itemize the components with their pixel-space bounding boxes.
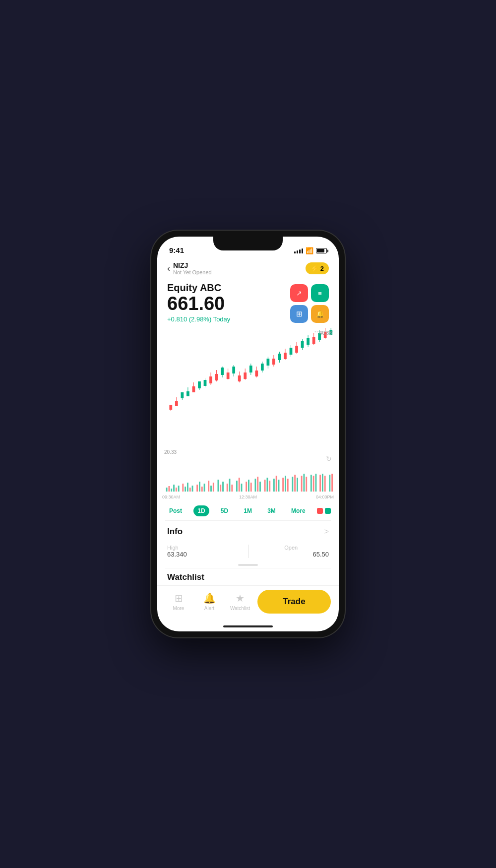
alert-action-button[interactable]: 🔔 [311,305,329,323]
trade-button[interactable]: Trade [257,590,331,614]
svg-rect-95 [273,479,275,492]
svg-rect-64 [178,486,180,492]
stock-header: Equity ABC 661.60 +0.810 (2.98%) Today ↗… [157,280,339,328]
phone-frame: 9:41 📶 ‹ NIZJ Not Yet Open [151,231,345,637]
volume-svg [162,474,334,492]
svg-rect-103 [297,478,298,492]
nav-bar: ‹ NIZJ Not Yet Opened ⚡ 2 [157,258,339,280]
time-labels: 09:30AM 12:30AM 04:00PM [157,494,339,501]
svg-rect-74 [208,481,209,492]
stat-open-value: 65.50 [253,551,329,558]
stock-price: 661.60 [167,294,230,314]
flash-badge[interactable]: ⚡ 2 [306,262,329,274]
time-label-mid: 12:30AM [239,495,257,499]
svg-rect-100 [287,479,289,492]
period-post[interactable]: Post [165,505,186,516]
nav-more[interactable]: ⊞ More [165,592,192,611]
more-nav-icon: ⊞ [175,592,183,604]
stat-divider [248,545,248,558]
svg-rect-39 [278,354,281,360]
battery-icon [316,248,327,253]
svg-rect-91 [259,482,261,492]
home-indicator [157,621,339,631]
svg-rect-102 [294,475,296,492]
svg-rect-110 [319,475,321,492]
info-arrow-icon: > [324,527,329,536]
svg-rect-75 [210,486,212,492]
wifi-icon: 📶 [306,247,313,254]
action-buttons: ↗ ≡ ⊞ 🔔 [290,284,329,323]
nav-alert[interactable]: 🔔 Alert [196,592,223,611]
svg-rect-71 [199,482,200,492]
svg-rect-90 [257,477,258,492]
candlestick-chart-area[interactable]: 40.83 [157,328,339,474]
svg-rect-27 [244,372,247,379]
candle-toggle[interactable] [317,508,331,514]
svg-rect-23 [232,367,235,373]
svg-rect-81 [229,479,231,492]
svg-rect-86 [246,482,247,492]
svg-rect-45 [295,346,298,353]
chart-low-label: 20.33 [164,449,177,455]
time-label-open: 09:30AM [162,495,180,499]
svg-rect-5 [181,392,184,398]
list-action-icon: ≡ [318,290,322,297]
time-label-close: 04:00PM [316,495,334,499]
svg-rect-77 [217,480,219,492]
stock-change: +0.810 (2.98%) Today [167,315,230,323]
svg-rect-85 [241,484,243,492]
svg-rect-43 [290,348,293,355]
svg-rect-93 [266,478,268,492]
more-nav-label: More [173,606,185,611]
svg-rect-66 [185,487,186,492]
svg-rect-78 [220,485,221,492]
svg-rect-62 [173,485,175,492]
svg-rect-1 [169,405,172,410]
period-more[interactable]: More [287,505,310,516]
svg-rect-80 [227,484,228,492]
ticker-status: Not Yet Opened [173,269,212,275]
svg-rect-61 [171,489,172,492]
info-title: Info [167,527,183,537]
back-button[interactable]: ‹ NIZJ Not Yet Opened [167,261,212,275]
watchlist-nav-icon: ★ [236,592,245,604]
chart-refresh-icon[interactable]: ↻ [326,455,332,463]
svg-rect-107 [310,475,312,492]
signal-icon [294,248,303,253]
svg-rect-114 [331,474,333,492]
watchlist-section: Watchlist [157,568,339,585]
svg-rect-59 [166,488,168,492]
stat-high-label: High [167,545,243,551]
period-1m[interactable]: 1M [240,505,256,516]
trade-action-button[interactable]: ↗ [290,284,308,302]
period-1d[interactable]: 1D [193,505,209,516]
list-action-button[interactable]: ≡ [311,284,329,302]
svg-rect-97 [278,480,280,492]
ticker-symbol: NIZJ [173,261,212,269]
svg-rect-72 [201,487,203,492]
stock-info: Equity ABC 661.60 +0.810 (2.98%) Today [167,282,230,323]
period-3m[interactable]: 3M [263,505,280,516]
period-5d[interactable]: 5D [217,505,232,516]
info-section[interactable]: Info > [157,521,339,543]
ticker-info: NIZJ Not Yet Opened [173,261,212,275]
svg-rect-111 [322,474,323,492]
bottom-nav: ⊞ More 🔔 Alert ★ Watchlist Trade [157,585,339,621]
drag-handle [238,564,258,566]
info-stats: High 63.340 Open 65.50 [157,543,339,562]
svg-rect-70 [196,485,198,492]
svg-rect-33 [261,364,264,371]
volume-chart-area [157,474,339,494]
candle-green-dot [325,508,331,514]
alert-action-icon: 🔔 [316,310,324,318]
svg-rect-21 [227,372,230,379]
phone-screen: 9:41 📶 ‹ NIZJ Not Yet Open [157,237,339,631]
stat-open: Open 65.50 [253,545,329,558]
svg-rect-51 [312,337,315,344]
drag-handle-area [157,562,339,568]
notch [213,237,283,250]
grid-action-button[interactable]: ⊞ [290,305,308,323]
candle-red-dot [317,508,323,514]
svg-rect-112 [324,476,326,492]
nav-watchlist[interactable]: ★ Watchlist [227,592,253,611]
